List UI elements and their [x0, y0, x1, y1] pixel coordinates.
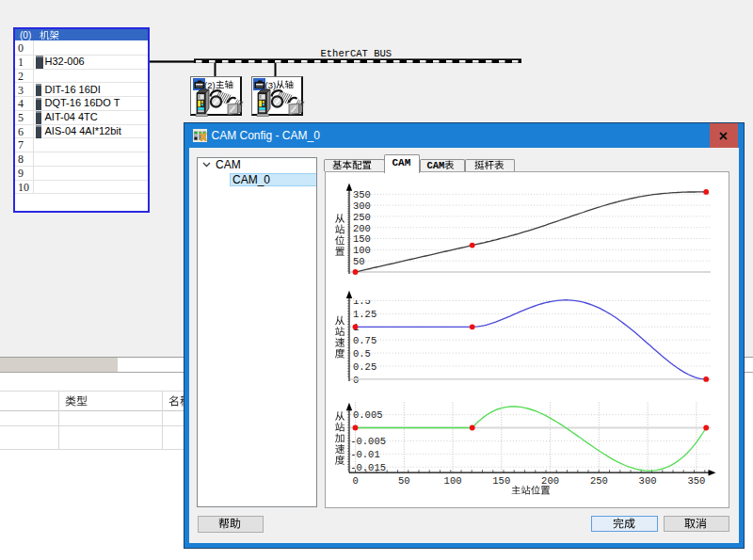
svg-text:50: 50: [353, 256, 365, 267]
svg-text:100: 100: [443, 474, 461, 486]
svg-text:200: 200: [353, 222, 371, 233]
svg-text:0.5: 0.5: [353, 347, 371, 359]
svg-text:200: 200: [541, 474, 559, 486]
svg-text:350: 350: [353, 189, 371, 200]
svg-text:0.75: 0.75: [353, 335, 376, 346]
svg-text:300: 300: [638, 474, 656, 486]
svg-text:250: 250: [353, 211, 371, 222]
svg-text:250: 250: [589, 474, 607, 486]
svg-text:-0.005: -0.005: [350, 436, 386, 447]
svg-text:50: 50: [398, 474, 410, 486]
svg-text:350: 350: [687, 474, 705, 486]
svg-text:0: 0: [352, 474, 358, 486]
svg-text:0.005: 0.005: [353, 409, 383, 421]
svg-text:100: 100: [353, 245, 371, 256]
svg-text:1.25: 1.25: [353, 309, 376, 320]
svg-text:300: 300: [353, 200, 371, 211]
svg-text:0.25: 0.25: [353, 360, 376, 372]
svg-text:150: 150: [353, 233, 371, 245]
svg-text:150: 150: [492, 474, 510, 486]
svg-text:-0.01: -0.01: [350, 449, 380, 460]
